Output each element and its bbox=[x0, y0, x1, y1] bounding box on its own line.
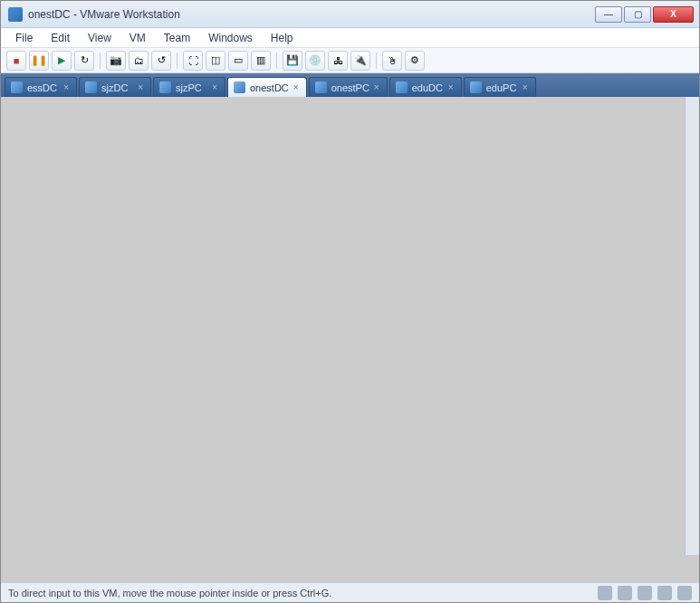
snapshot-icon[interactable]: 📷 bbox=[106, 51, 126, 71]
status-device-icon[interactable] bbox=[677, 586, 692, 600]
menu-edit[interactable]: Edit bbox=[43, 30, 77, 46]
menu-vm[interactable]: VM bbox=[122, 30, 153, 46]
tab-label: essDC bbox=[27, 82, 57, 93]
tab-label: sjzDC bbox=[101, 82, 128, 93]
tab-label: onestPC bbox=[331, 82, 369, 93]
vm-icon bbox=[11, 81, 23, 93]
pause-icon[interactable]: ❚❚ bbox=[29, 51, 49, 71]
preferences-icon[interactable]: ⚙ bbox=[405, 51, 425, 71]
menu-file[interactable]: File bbox=[8, 30, 40, 46]
minimize-button[interactable]: — bbox=[595, 6, 622, 23]
tab-onestpc[interactable]: onestPC× bbox=[309, 77, 388, 97]
status-device-icon[interactable] bbox=[598, 586, 612, 600]
window-title: onestDC - VMware Workstation bbox=[28, 8, 595, 21]
snapshot-manager-icon[interactable]: 🗂 bbox=[129, 51, 149, 71]
close-icon[interactable]: × bbox=[523, 82, 528, 92]
tab-label: onestDC bbox=[250, 82, 289, 93]
cd-icon[interactable]: 💿 bbox=[305, 51, 325, 71]
revert-icon[interactable]: ↺ bbox=[151, 51, 171, 71]
tab-onestdc[interactable]: onestDC× bbox=[227, 77, 307, 97]
usb-icon[interactable]: 🔌 bbox=[350, 51, 370, 71]
menu-view[interactable]: View bbox=[81, 30, 119, 46]
tab-edudc[interactable]: eduDC× bbox=[389, 77, 462, 97]
fullscreen-icon[interactable]: ⛶ bbox=[183, 51, 203, 71]
menu-team[interactable]: Team bbox=[157, 30, 197, 46]
vm-icon bbox=[159, 81, 171, 93]
toolbar: ■ ❚❚ ▶ ↻ 📷 🗂 ↺ ⛶ ◫ ▭ ▥ 💾 💿 🖧 🔌 🖱 ⚙ bbox=[1, 48, 699, 73]
separator bbox=[100, 53, 101, 69]
status-device-icon[interactable] bbox=[618, 586, 632, 600]
tab-sjzdc[interactable]: sjzDC× bbox=[79, 77, 151, 97]
tab-label: eduDC bbox=[412, 82, 443, 93]
menu-windows[interactable]: Windows bbox=[201, 30, 260, 46]
vmware-icon bbox=[8, 7, 23, 22]
multimon-icon[interactable]: ▥ bbox=[251, 51, 271, 71]
separator bbox=[376, 53, 377, 69]
close-icon[interactable]: × bbox=[293, 82, 299, 92]
vm-icon bbox=[396, 81, 408, 93]
floppy-icon[interactable]: 💾 bbox=[283, 51, 302, 71]
close-icon[interactable]: × bbox=[212, 82, 217, 92]
tab-sjzpc[interactable]: sjzPC× bbox=[153, 77, 225, 97]
status-device-icon[interactable] bbox=[638, 586, 652, 600]
console-icon[interactable]: ▭ bbox=[228, 51, 248, 71]
close-icon[interactable]: × bbox=[63, 82, 69, 92]
maximize-button[interactable]: ▢ bbox=[624, 6, 651, 23]
menu-help[interactable]: Help bbox=[264, 30, 301, 46]
scrollbar-vertical[interactable] bbox=[685, 97, 699, 555]
vm-icon bbox=[470, 81, 482, 93]
tab-label: eduPC bbox=[486, 82, 517, 93]
unity-icon[interactable]: ◫ bbox=[206, 51, 225, 71]
titlebar: onestDC - VMware Workstation — ▢ X bbox=[1, 1, 699, 28]
play-icon[interactable]: ▶ bbox=[52, 51, 72, 71]
status-hint: To direct input to this VM, move the mou… bbox=[8, 588, 331, 598]
stop-icon[interactable]: ■ bbox=[6, 51, 26, 71]
statusbar: To direct input to this VM, move the mou… bbox=[1, 582, 699, 602]
vm-icon bbox=[234, 81, 245, 93]
separator bbox=[177, 53, 177, 69]
tab-label: sjzPC bbox=[176, 82, 202, 93]
vm-icon bbox=[85, 81, 97, 93]
close-icon[interactable]: × bbox=[138, 82, 143, 92]
close-button[interactable]: X bbox=[653, 6, 694, 23]
close-icon[interactable]: × bbox=[374, 82, 379, 92]
tab-essdc[interactable]: essDC× bbox=[5, 77, 77, 97]
grab-input-icon[interactable]: 🖱 bbox=[382, 51, 402, 71]
tab-edupc[interactable]: eduPC× bbox=[464, 77, 536, 97]
separator bbox=[276, 53, 277, 69]
network-icon[interactable]: 🖧 bbox=[328, 51, 348, 71]
menubar: File Edit View VM Team Windows Help bbox=[1, 28, 699, 48]
vm-tabstrip: essDC× sjzDC× sjzPC× onestDC× onestPC× e… bbox=[1, 73, 699, 97]
restart-icon[interactable]: ↻ bbox=[74, 51, 94, 71]
status-device-icon[interactable] bbox=[657, 586, 672, 600]
close-icon[interactable]: × bbox=[448, 82, 454, 92]
vm-icon bbox=[315, 81, 327, 93]
